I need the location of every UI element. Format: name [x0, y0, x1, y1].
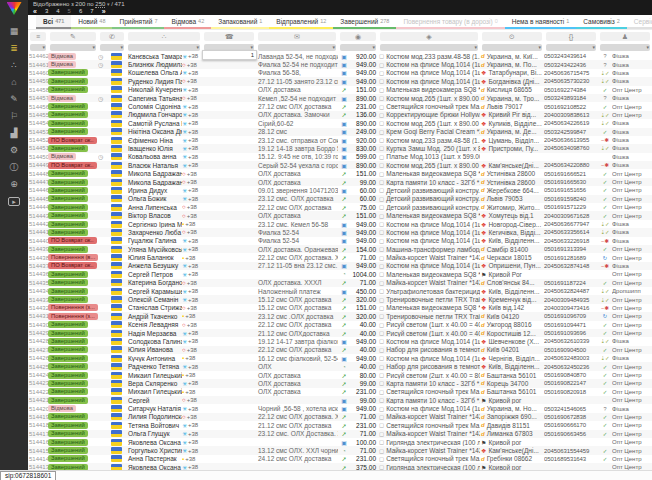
filter-input-sp[interactable]: ▾: [340, 44, 376, 51]
filter-input-pd[interactable]: ▾: [380, 44, 478, 51]
tab-Запакований[interactable]: Запакований1: [211, 15, 269, 29]
tab-Новий[interactable]: Новий48: [71, 15, 112, 29]
warehouse-icon[interactable]: ⌂: [0, 74, 28, 91]
filter-input-id[interactable]: ▾: [30, 44, 46, 51]
pager-first-icon[interactable]: «: [33, 8, 37, 15]
order-row-514427[interactable]: 514427ЗавершенийЮлия Иванова○+3822.12 см…: [28, 346, 652, 354]
order-row-514425[interactable]: 514425ЗавершенийРадченко Тетяна✳+38ОЛХ◔4…: [28, 362, 652, 370]
products-icon[interactable]: ✎: [0, 91, 28, 108]
tab-Завершений[interactable]: Завершений278: [333, 15, 396, 29]
order-row-514447[interactable]: 514447ЗавершенийМикола Бадражан○+38ОЛХ д…: [28, 178, 652, 186]
order-row-514451[interactable]: 514451ЗавершенийІващенко Юлія✳+3819.12 1…: [28, 144, 652, 152]
dashboard-icon[interactable]: ▦: [0, 23, 28, 40]
campaigns-icon[interactable]: ⚐: [0, 108, 28, 125]
filter-input-cf[interactable]: ▾: [100, 44, 124, 51]
order-row-514420[interactable]: 514420ВідмоваСитарчук Наталія Гр...✳+38Ч…: [28, 404, 652, 412]
page-size-value[interactable]: 250: [95, 1, 105, 8]
order-row-514422[interactable]: 514422ЗавершенийМихаил Гилецький▪+38ОЛХ …: [28, 388, 652, 396]
order-row-514461[interactable]: 514461Відмова◷Близнюк Людмила ...○+38Фиа…: [28, 60, 652, 68]
order-row-514438[interactable]: 514438Повернення (в...Юлия Баланюк▪+3822…: [28, 253, 652, 261]
page-size-caret-icon[interactable]: ▾: [107, 1, 110, 7]
orders-icon[interactable]: ≣: [0, 40, 28, 57]
order-row-514460[interactable]: 514460ЗавершенийКошелева Ольга Ар...✳+38…: [28, 69, 652, 77]
order-row-514430[interactable]: 514430ЗавершенийКсенія Левадняя○+3822.12…: [28, 321, 652, 329]
filter-input-st[interactable]: ▾: [50, 44, 96, 51]
info-icon[interactable]: ⓘ: [0, 159, 28, 176]
order-row-514429[interactable]: 514429ЗавершенийНадія Мерзаєва✳+3821.12 …: [28, 329, 652, 337]
pager-page-5[interactable]: 5: [68, 8, 71, 15]
order-row-514435[interactable]: 514435ЗавершенийКатерина Богданова○+38ОЛ…: [28, 279, 652, 287]
rows-icon[interactable]: ≡: [30, 32, 46, 41]
order-row-514416[interactable]: 514416ЗавершенийЯковлева Оксана✳+38▣100.…: [28, 438, 652, 446]
stats-icon[interactable]: ▟: [0, 125, 28, 142]
order-row-514426[interactable]: 514426ЗавершенийКучук Антонина▪+3816.12 …: [28, 354, 652, 362]
order-row-514456[interactable]: 514456ЗавершенийСоломія Сідоніна✳+3827.1…: [28, 102, 652, 110]
status-edit-icon[interactable]: ✎: [50, 32, 96, 41]
order-row-514454[interactable]: 514454ЗавершенийСамотій Руслана Во...✳+3…: [28, 119, 652, 127]
order-row-514431[interactable]: 514431Повернення (з...Андрій Ткаченко▪+3…: [28, 312, 652, 320]
settings-icon[interactable]: ⚙: [0, 142, 28, 159]
order-row-514415[interactable]: 514415ЗавершенийГоргулько Христина...✳+3…: [28, 446, 652, 454]
order-row-514436[interactable]: 514436ЗавершенийСергей Петров✳+38◔1004.0…: [28, 270, 652, 278]
call-state-icon[interactable]: ✆: [100, 32, 124, 41]
order-row-514432[interactable]: 514432Повернення (з...Станіслав Стрижак○…: [28, 304, 652, 312]
order-row-514437[interactable]: 514437ПО Возврат ок..Анжела Безушку✳+382…: [28, 262, 652, 270]
filter-input-cm[interactable]: ▾: [258, 44, 336, 51]
order-row-514452[interactable]: 514452ПО Возврат ок..Єфіменко Ніна✳+3823…: [28, 136, 652, 144]
pager-last-icon[interactable]: »: [102, 8, 106, 15]
video-icon[interactable]: ▸: [0, 193, 28, 210]
order-row-514457[interactable]: 514457Відмова◷Сапегина Татьяна С...○+38К…: [28, 94, 652, 102]
order-row-514459[interactable]: 514459ЗавершенийРуденко Лидия Пав...○+38…: [28, 77, 652, 85]
tab-Прийнятий[interactable]: Прийнятий7: [112, 15, 164, 29]
tab-Повернення товару (в дорозі)[interactable]: Повернення товару (в дорозі)0: [396, 15, 504, 29]
order-row-514418[interactable]: 514418ЗавершенийТетяна Войтович✳+3821.12…: [28, 421, 652, 429]
comment-icon[interactable]: ✉: [258, 32, 336, 41]
pager-page-4[interactable]: 4: [56, 8, 59, 15]
source-price-icon[interactable]: ◉: [340, 32, 376, 41]
tab-Відправлений[interactable]: Відправлений12: [269, 15, 333, 29]
product-icon[interactable]: ◈: [380, 32, 478, 41]
order-row-514414[interactable]: 514414ЗавершенийАнна Пастернак▪+3824.12 …: [28, 455, 652, 463]
order-row-514421[interactable]: 514421ЗавершенийСергей○+38▣99.00▢Карта п…: [28, 396, 652, 404]
order-row-514434[interactable]: 514434ЗавершенийСергей Карамышев✳+38Нало…: [28, 287, 652, 295]
order-row-514428[interactable]: 514428ЗавершенийСолодкова Галина В...✳+3…: [28, 337, 652, 345]
pager-page-3[interactable]: 3: [45, 8, 48, 15]
order-row-514441[interactable]: 514441ЗавершенийЗахарченко Люба○+38Фиалк…: [28, 228, 652, 236]
order-row-514444[interactable]: 514444ЗавершенийАнна Липенська○+3822.12 …: [28, 203, 652, 211]
order-row-514439[interactable]: 514439ЗавершенийУляна Мусійковська✳+38ОЛ…: [28, 245, 652, 253]
order-row-514443[interactable]: 514443ЗавершенийВіктор Власов○+38ОЛХ дос…: [28, 211, 652, 219]
order-row-514442[interactable]: 514442ЗавершенийСергієнко Ірина Ми...▪+3…: [28, 220, 652, 228]
order-row-514455[interactable]: 514455ЗавершенийЛюдмила Гончарова✳+38ОЛХ…: [28, 111, 652, 119]
tracking-icon[interactable]: {}: [546, 32, 596, 41]
delivery-point-icon[interactable]: ⊙: [482, 32, 542, 41]
order-row-514448[interactable]: 514448ЗавершенийМикола Бадражан○+38ОЛХ д…: [28, 169, 652, 177]
tab-Нема в наявності[interactable]: Нема в наявності1: [505, 15, 577, 29]
filter-input-tr[interactable]: ▾: [546, 44, 596, 51]
tab-Сервіси[interactable]: Сервіси0: [627, 15, 652, 29]
order-row-514424[interactable]: 514424ЗавершенийМикаил Гилецький▪+38ОЛХ …: [28, 371, 652, 379]
order-row-514423[interactable]: 514423ЗавершенийВера Скляренко✳+38ОЛХ до…: [28, 379, 652, 387]
pager-page-6[interactable]: 6: [79, 8, 82, 15]
tab-Самовивіз[interactable]: Самовивіз2: [576, 15, 627, 29]
filter-input-km[interactable]: ▾: [600, 44, 650, 51]
order-row-514462[interactable]: 514462Відмова◷Канєвська Тамара ...✳+38Ла…: [28, 52, 652, 60]
clients-icon[interactable]: ∴: [128, 32, 200, 41]
clients-icon[interactable]: ∴: [0, 57, 28, 74]
order-row-514419[interactable]: 514419ЗавершенийЛилия Подолинская○+3822.…: [28, 413, 652, 421]
tab-Відмова[interactable]: Відмова42: [164, 15, 211, 29]
phone-icon[interactable]: ☎: [204, 32, 254, 41]
order-row-514458[interactable]: 514458ЗавершенийНиколай Кучеренко✳+38ОЛХ…: [28, 86, 652, 94]
order-row-514417[interactable]: 514417ЗавершенийОльга Глущук✳+3823.12 см…: [28, 430, 652, 438]
order-row-514440[interactable]: 514440ПО Возврат ок..Гуцалюк Галина✳+38Ф…: [28, 237, 652, 245]
app-logo-icon[interactable]: [7, 2, 22, 15]
order-row-514433[interactable]: 514433ЗавершенийОлексій Семанін✳+3815.12…: [28, 295, 652, 303]
web-icon[interactable]: ⊕: [0, 176, 28, 193]
order-row-514453[interactable]: 514453ЗавершенийНікітіна Оксана Дми...✳+…: [28, 128, 652, 136]
tab-Всі[interactable]: Всі471: [36, 15, 71, 29]
pager-page-7[interactable]: 7: [90, 8, 93, 15]
order-row-514450[interactable]: 514450Відмова◷Ковальова анна✳+3815.12. 9…: [28, 153, 652, 161]
order-row-514449[interactable]: 514449ПО Возврат ок..Власюк Наталья✳+38С…: [28, 161, 652, 169]
order-row-514446[interactable]: 514446ЗавершенийИрина Дидух✳+3809.01 зве…: [28, 186, 652, 194]
manager-icon[interactable]: ♟: [600, 32, 650, 41]
filter-input-np[interactable]: ▾: [128, 44, 200, 51]
